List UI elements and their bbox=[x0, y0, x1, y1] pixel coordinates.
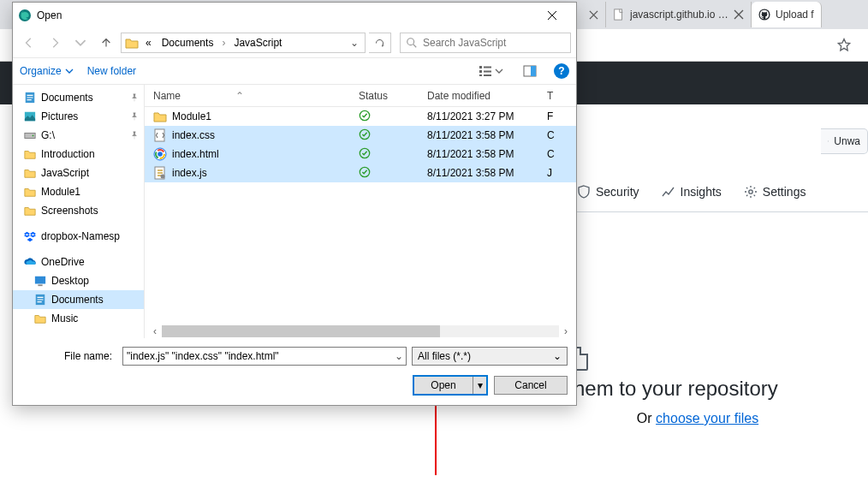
annotation-arrow bbox=[435, 398, 437, 475]
close-icon bbox=[547, 10, 557, 21]
browser-tab-prev-close[interactable] bbox=[582, 2, 606, 27]
forward-button[interactable] bbox=[44, 33, 66, 53]
file-status-cell bbox=[359, 110, 427, 124]
tree-onedrive[interactable]: OneDrive bbox=[13, 253, 144, 271]
svg-point-5 bbox=[407, 39, 414, 45]
organize-label: Organize bbox=[20, 65, 62, 77]
tree-item[interactable]: Pictures bbox=[13, 107, 144, 126]
open-label: Open bbox=[414, 379, 473, 391]
graph-icon bbox=[662, 185, 675, 199]
column-headers[interactable]: Name⌃ Status Date modified T bbox=[145, 85, 576, 107]
file-name-cell: index.js bbox=[145, 166, 359, 180]
tree-label: JavaScript bbox=[41, 167, 89, 179]
col-name[interactable]: Name⌃ bbox=[145, 90, 359, 102]
folder-icon bbox=[23, 186, 37, 198]
file-row[interactable]: Module18/11/2021 3:27 PMF bbox=[145, 107, 576, 126]
crumb-javascript[interactable]: JavaScript bbox=[230, 37, 285, 49]
tree-item[interactable]: Desktop bbox=[13, 271, 144, 290]
tree-label: Music bbox=[51, 312, 78, 324]
up-button[interactable] bbox=[95, 33, 117, 53]
scroll-right-button[interactable]: › bbox=[559, 324, 573, 338]
file-name: Module1 bbox=[172, 110, 211, 122]
new-folder-button[interactable]: New folder bbox=[87, 65, 136, 77]
onedrive-icon bbox=[23, 256, 37, 268]
help-button[interactable]: ? bbox=[554, 63, 569, 79]
tree-item[interactable]: Documents bbox=[13, 290, 144, 309]
tab-security[interactable]: Security bbox=[577, 185, 639, 199]
tree-item[interactable]: Documents bbox=[13, 88, 144, 107]
organize-button[interactable]: Organize bbox=[20, 65, 74, 77]
dialog-nav: « Documents › JavaScript ⌄ bbox=[13, 28, 576, 57]
open-dialog: Open « Documents › JavaScript ⌄ Organize bbox=[12, 2, 577, 406]
col-status[interactable]: Status bbox=[359, 90, 427, 102]
css-file-icon bbox=[153, 128, 167, 142]
open-dropdown[interactable]: ▾ bbox=[473, 377, 486, 394]
pin-icon bbox=[130, 131, 139, 140]
address-dropdown[interactable]: ⌄ bbox=[348, 37, 361, 49]
file-type-filter[interactable]: All files (*.*) ⌄ bbox=[412, 347, 568, 366]
drive-icon bbox=[23, 129, 37, 141]
close-icon[interactable] bbox=[734, 9, 744, 20]
tree-item[interactable]: Introduction bbox=[13, 145, 144, 164]
address-bar[interactable]: « Documents › JavaScript ⌄ bbox=[121, 33, 366, 53]
scroll-thumb[interactable] bbox=[162, 325, 440, 337]
choose-files-link[interactable]: choose your files bbox=[656, 411, 758, 425]
scroll-left-button[interactable]: ‹ bbox=[148, 324, 162, 338]
folder-icon bbox=[153, 110, 167, 123]
nav-tree[interactable]: DocumentsPicturesG:\IntroductionJavaScri… bbox=[13, 85, 145, 338]
svg-rect-7 bbox=[479, 70, 482, 73]
horizontal-scrollbar[interactable]: ‹ › bbox=[148, 324, 573, 338]
pictures-icon bbox=[23, 110, 37, 122]
file-name-input[interactable] bbox=[123, 350, 392, 362]
tree-item[interactable]: Screenshots bbox=[13, 201, 144, 220]
scroll-track[interactable] bbox=[162, 325, 559, 337]
tree-label: Module1 bbox=[41, 186, 80, 198]
search-field[interactable] bbox=[400, 33, 571, 53]
svg-rect-18 bbox=[35, 277, 45, 284]
favorite-icon[interactable] bbox=[835, 37, 853, 54]
browser-tab-learnjs[interactable]: javascript.github.io | Learn Ja bbox=[606, 2, 752, 27]
tab-settings[interactable]: Settings bbox=[744, 185, 806, 199]
tree-label: Documents bbox=[51, 294, 104, 306]
col-date[interactable]: Date modified bbox=[427, 90, 547, 102]
tree-item[interactable]: JavaScript bbox=[13, 164, 144, 182]
chevron-down-icon bbox=[495, 67, 503, 75]
svg-rect-10 bbox=[484, 71, 491, 73]
recent-button[interactable] bbox=[69, 33, 92, 53]
tab-insights[interactable]: Insights bbox=[662, 185, 722, 199]
file-row[interactable]: index.css8/11/2021 3:58 PMC bbox=[145, 126, 576, 145]
refresh-button[interactable] bbox=[369, 33, 391, 53]
browser-tab-upload[interactable]: Upload f bbox=[752, 2, 822, 27]
preview-pane-button[interactable] bbox=[520, 62, 540, 80]
unwatch-button[interactable]: Unwa bbox=[821, 128, 868, 154]
file-type-cell: J bbox=[547, 167, 576, 179]
tree-label: OneDrive bbox=[41, 256, 85, 268]
html-file-icon bbox=[153, 147, 167, 161]
file-name-field[interactable]: ⌄ bbox=[122, 347, 407, 366]
tree-item[interactable]: Module1 bbox=[13, 182, 144, 201]
tree-item[interactable]: Music bbox=[13, 309, 144, 328]
file-row[interactable]: index.html8/11/2021 3:58 PMC bbox=[145, 145, 576, 164]
file-name-dropdown[interactable]: ⌄ bbox=[392, 350, 406, 362]
folder-icon bbox=[23, 167, 37, 179]
file-row[interactable]: index.js8/11/2021 3:58 PMJ bbox=[145, 164, 576, 182]
view-mode-button[interactable] bbox=[475, 62, 506, 80]
open-button[interactable]: Open ▾ bbox=[413, 376, 487, 395]
tree-dropbox[interactable]: dropbox-Namesp bbox=[13, 227, 144, 246]
search-input[interactable] bbox=[423, 37, 565, 49]
folder-icon bbox=[125, 37, 139, 49]
file-name: index.css bbox=[172, 129, 215, 141]
file-date-cell: 8/11/2021 3:58 PM bbox=[427, 148, 547, 160]
crumb-overflow[interactable]: « bbox=[142, 37, 155, 49]
drop-area[interactable]: hem to your repository Or choose your fi… bbox=[574, 377, 865, 426]
back-button[interactable] bbox=[18, 33, 40, 53]
desktop-icon bbox=[33, 275, 47, 287]
tab-title: javascript.github.io | Learn Ja bbox=[630, 9, 728, 21]
crumb-documents[interactable]: Documents bbox=[158, 37, 217, 49]
close-button[interactable] bbox=[533, 3, 571, 28]
tree-item[interactable]: G:\ bbox=[13, 126, 144, 145]
synced-icon bbox=[359, 110, 371, 122]
col-type[interactable]: T bbox=[547, 90, 576, 102]
cancel-button[interactable]: Cancel bbox=[494, 376, 568, 395]
chevron-down-icon: ⌄ bbox=[553, 350, 562, 362]
